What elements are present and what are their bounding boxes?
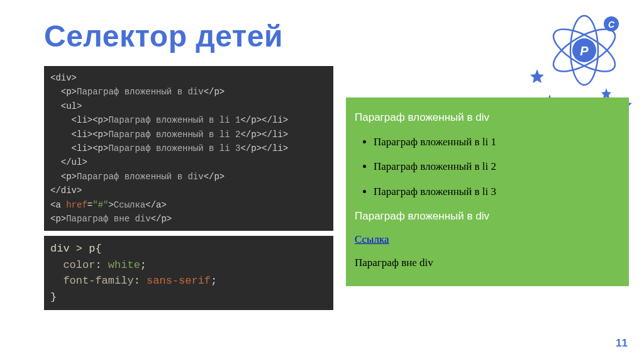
render-paragraph: Параграф вложенный в div: [355, 208, 620, 225]
render-paragraph: Параграф вложенный в div: [355, 109, 620, 126]
css-code-block: div > p{ color: white; font-family: sans…: [44, 236, 333, 310]
list-item: Параграф вложенный в li 1: [374, 133, 620, 150]
slide-title: Селектор детей: [44, 19, 283, 53]
svg-text:C: C: [608, 19, 615, 30]
render-link: Ссылка: [355, 231, 620, 248]
list-item: Параграф вложенный в li 3: [374, 183, 620, 200]
render-paragraph: Параграф вне div: [355, 254, 620, 271]
page-number: 11: [616, 337, 628, 350]
render-list: Параграф вложенный в li 1 Параграф вложе…: [374, 133, 620, 200]
atom-logo: P C: [521, 6, 635, 107]
list-item: Параграф вложенный в li 2: [374, 158, 620, 175]
svg-text:P: P: [580, 44, 589, 58]
html-code-block: <div> <p>Параграф вложенный в div</p> <u…: [44, 66, 333, 231]
render-preview: Параграф вложенный в div Параграф вложен…: [346, 97, 629, 286]
